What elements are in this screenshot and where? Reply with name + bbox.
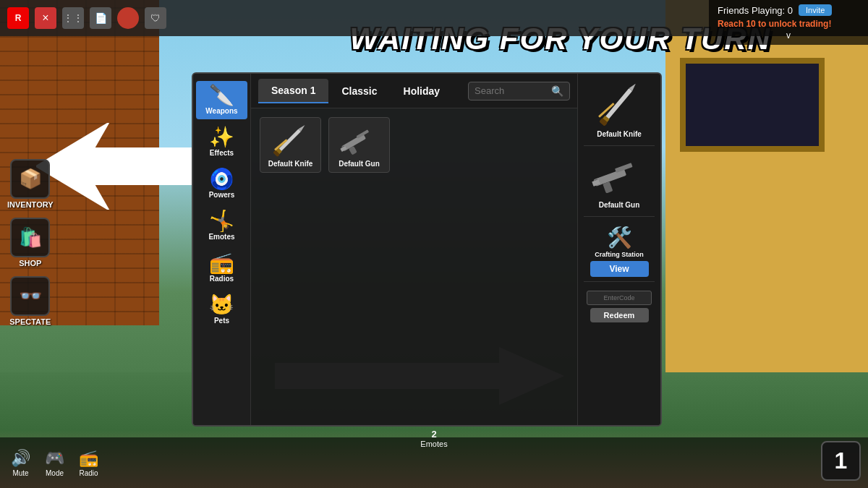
- sidebar-item-shop[interactable]: 🛍️ SHOP: [7, 218, 54, 267]
- emotes-bottom-label: 2 Emotes: [420, 429, 447, 448]
- effects-label: Effects: [210, 149, 234, 157]
- code-input[interactable]: [587, 291, 652, 305]
- category-emotes[interactable]: 🤸 Emotes: [196, 207, 247, 245]
- effects-icon: ✨: [209, 127, 234, 147]
- item-default-knife[interactable]: Default Knife: [260, 117, 321, 173]
- preview-knife: Default Knife: [584, 80, 655, 146]
- emotes-label: Emotes: [208, 233, 234, 241]
- tab-holiday[interactable]: Holiday: [391, 80, 454, 103]
- inventory-label: INVENTORY: [7, 200, 54, 209]
- items-grid: Default Knife Default Gun: [251, 108, 577, 425]
- sidebar-item-spectate[interactable]: 👓 SPECTATE: [7, 276, 54, 326]
- item-default-gun[interactable]: Default Gun: [328, 117, 390, 173]
- search-box: 🔍: [468, 82, 570, 100]
- view-button[interactable]: View: [590, 261, 649, 277]
- pets-icon: 🐱: [209, 295, 234, 315]
- radio-icon: 📻: [79, 449, 98, 468]
- round-badge: 1: [821, 441, 861, 481]
- powers-label: Powers: [209, 191, 235, 199]
- building-right: [665, 0, 868, 419]
- search-input[interactable]: [475, 85, 547, 96]
- emotes-icon: 🤸: [209, 211, 234, 231]
- weapons-icon: 🔪: [209, 85, 234, 106]
- gun-item-icon: [338, 124, 381, 160]
- avatar-icon[interactable]: [117, 7, 139, 29]
- inventory-icon: 📦: [10, 159, 50, 199]
- pets-label: Pets: [214, 317, 229, 325]
- preview-gun: Default Gun: [584, 150, 655, 217]
- svg-rect-4: [278, 129, 301, 152]
- redeem-button[interactable]: Redeem: [590, 308, 649, 322]
- preview-gun-icon: [590, 155, 648, 198]
- category-effects[interactable]: ✨ Effects: [196, 123, 247, 161]
- mode-button[interactable]: 🎮 Mode: [45, 449, 64, 477]
- mode-label: Mode: [46, 469, 64, 477]
- emotes-text: Emotes: [420, 440, 447, 448]
- category-radios[interactable]: 📻 Radios: [196, 249, 247, 287]
- radio-label: Radio: [79, 469, 98, 477]
- mute-button[interactable]: 🔊 Mute: [11, 449, 30, 477]
- roblox-logo-icon[interactable]: R: [7, 7, 29, 29]
- inventory-panel: 🔪 Weapons ✨ Effects 🧿 Powers 🤸 Emotes 📻 …: [192, 72, 662, 427]
- crafting-station-label: Crafting Station: [595, 251, 644, 258]
- preview-knife-icon: [590, 84, 648, 127]
- shop-icon: 🛍️: [10, 218, 50, 257]
- tab-season1[interactable]: Season 1: [258, 79, 328, 103]
- crafting-station-icon: 🛠️: [607, 226, 632, 249]
- category-pets[interactable]: 🐱 Pets: [196, 291, 247, 329]
- reach-text: Reach 10 to unlock trading!: [718, 19, 859, 29]
- weapons-label: Weapons: [205, 107, 237, 115]
- tab-classic[interactable]: Classic: [328, 80, 390, 103]
- category-sidebar: 🔪 Weapons ✨ Effects 🧿 Powers 🤸 Emotes 📻 …: [193, 74, 251, 425]
- radios-icon: 📻: [209, 253, 234, 273]
- spectate-label: SPECTATE: [9, 317, 51, 326]
- building-window: [680, 58, 825, 152]
- emotes-number: 2: [420, 429, 447, 440]
- preview-knife-label: Default Knife: [597, 130, 642, 138]
- powers-icon: 🧿: [209, 169, 234, 189]
- friends-playing-label: Friends Playing: 0: [718, 5, 793, 16]
- sidebar-item-inventory[interactable]: 📦 INVENTORY: [7, 159, 54, 209]
- invite-button[interactable]: Invite: [799, 4, 832, 16]
- search-icon: 🔍: [551, 85, 563, 97]
- grid-icon[interactable]: ⋮⋮: [62, 7, 84, 29]
- preview-panel: Default Knife Default Gun 🛠️ Crafting St…: [577, 74, 660, 425]
- radio-button[interactable]: 📻 Radio: [79, 449, 98, 477]
- svg-rect-14: [605, 88, 632, 120]
- left-sidebar: 📦 INVENTORY 🛍️ SHOP 👓 SPECTATE: [7, 159, 54, 326]
- panel-content: Season 1 Classic Holiday 🔍: [251, 74, 577, 425]
- friends-bar: Friends Playing: 0 Invite Reach 10 to un…: [709, 0, 868, 45]
- radios-label: Radios: [210, 275, 234, 283]
- code-section: Redeem: [584, 286, 655, 327]
- item-gun-label: Default Gun: [339, 160, 380, 168]
- category-powers[interactable]: 🧿 Powers: [196, 165, 247, 203]
- spectate-icon: 👓: [10, 276, 50, 316]
- doc-icon[interactable]: 📄: [90, 7, 111, 29]
- mode-icon: 🎮: [45, 449, 64, 468]
- v-arrow-label: v: [718, 30, 859, 40]
- item-knife-label: Default Knife: [268, 160, 313, 168]
- knife-item-icon: [269, 124, 312, 160]
- mute-label: Mute: [12, 469, 28, 477]
- close-button[interactable]: ×: [35, 7, 56, 29]
- shield-icon[interactable]: 🛡: [145, 7, 166, 29]
- shop-label: SHOP: [19, 259, 41, 267]
- preview-gun-label: Default Gun: [599, 201, 640, 209]
- mute-icon: 🔊: [11, 449, 30, 468]
- category-weapons[interactable]: 🔪 Weapons: [196, 81, 247, 119]
- tabs-row: Season 1 Classic Holiday 🔍: [251, 74, 577, 108]
- crafting-section: 🛠️ Crafting Station View: [584, 221, 655, 282]
